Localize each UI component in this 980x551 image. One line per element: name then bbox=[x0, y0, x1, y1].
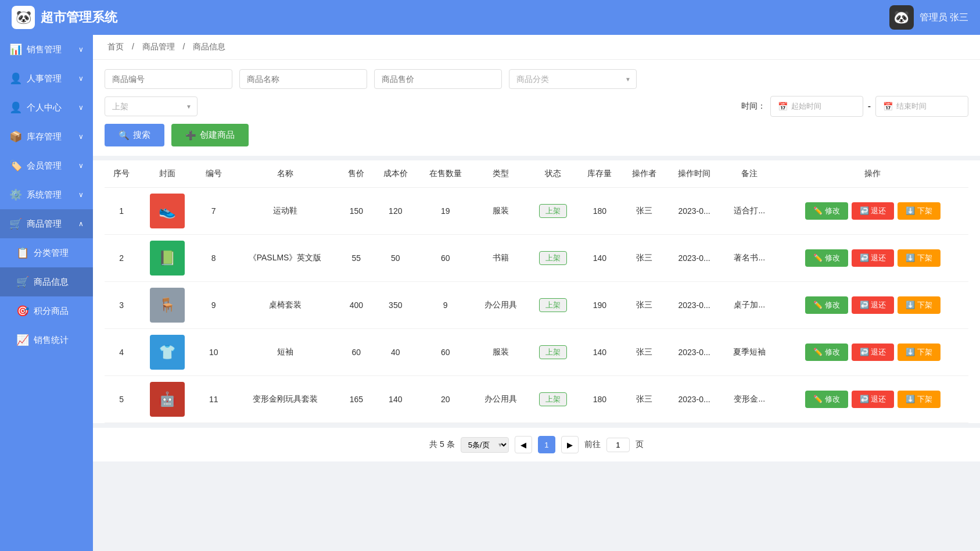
cell-seq: 1 bbox=[105, 188, 138, 235]
sidebar-item-inventory[interactable]: 📦 库存管理 ∨ bbox=[0, 122, 93, 151]
status-wrapper: 上架 下架 全部 bbox=[105, 96, 198, 116]
cell-type: 办公用具 bbox=[473, 376, 528, 423]
sidebar-item-category[interactable]: 📋 分类管理 bbox=[0, 238, 93, 267]
members-icon: 🏷️ bbox=[9, 159, 22, 172]
goto-page-input[interactable] bbox=[606, 438, 630, 452]
cell-code: 8 bbox=[197, 235, 231, 282]
breadcrumb-home[interactable]: 首页 bbox=[107, 42, 124, 51]
status-badge: 上架 bbox=[539, 204, 567, 218]
table-row: 2 📗 8 《PASLMS》英文版 55 50 60 书籍 上架 140 张三 … bbox=[105, 235, 968, 282]
cell-cover: 🤖 bbox=[138, 376, 196, 423]
col-price: 售价 bbox=[339, 160, 373, 188]
search-button[interactable]: 🔍 搜索 bbox=[105, 124, 164, 146]
edit-button[interactable]: ✏️ 修改 bbox=[805, 202, 848, 220]
product-price-input[interactable] bbox=[374, 69, 502, 89]
shelf-button[interactable]: ⬇️ 下架 bbox=[898, 344, 940, 361]
start-time-input[interactable]: 📅 起始时间 bbox=[770, 96, 863, 117]
shelf-button[interactable]: ⬇️ 下架 bbox=[898, 202, 940, 220]
col-cost: 成本价 bbox=[373, 160, 418, 188]
cell-operator: 张三 bbox=[622, 188, 667, 235]
col-stock: 库存量 bbox=[577, 160, 622, 188]
goto-suffix: 页 bbox=[636, 439, 644, 450]
chevron-down-icon-inventory: ∨ bbox=[78, 133, 84, 141]
avatar: 🐼 bbox=[889, 5, 914, 30]
product-number-input[interactable] bbox=[105, 69, 232, 89]
sidebar-item-hr[interactable]: 👤 人事管理 ∨ bbox=[0, 64, 93, 93]
sidebar-item-sales-label: 销售管理 bbox=[27, 44, 62, 55]
edit-button[interactable]: ✏️ 修改 bbox=[805, 296, 848, 314]
edit-button[interactable]: ✏️ 修改 bbox=[805, 391, 848, 408]
product-category-select[interactable]: 商品分类 bbox=[509, 69, 637, 89]
main-content: 首页 / 商品管理 / 商品信息 商品分类 上架 bbox=[93, 35, 980, 551]
sidebar-item-points[interactable]: 🎯 积分商品 bbox=[0, 296, 93, 325]
cell-operator: 张三 bbox=[622, 235, 667, 282]
sidebar-item-products[interactable]: 🛒 商品管理 ∧ bbox=[0, 209, 93, 238]
return-button[interactable]: ↩️ 退还 bbox=[852, 202, 895, 220]
cell-type: 办公用具 bbox=[473, 282, 528, 329]
user-label: 管理员 张三 bbox=[920, 12, 968, 24]
chevron-down-icon-hr: ∨ bbox=[78, 74, 84, 83]
sidebar-item-sales[interactable]: 📊 销售管理 ∨ bbox=[0, 35, 93, 64]
chevron-up-icon-products: ∧ bbox=[78, 220, 84, 228]
product-image: 📗 bbox=[150, 241, 185, 276]
cell-op-time: 2023-0... bbox=[666, 329, 721, 376]
return-button[interactable]: ↩️ 退还 bbox=[852, 344, 895, 361]
personal-icon: 👤 bbox=[9, 101, 22, 114]
cell-status: 上架 bbox=[529, 235, 578, 282]
sidebar-item-sales-stats[interactable]: 📈 销售统计 bbox=[0, 325, 93, 355]
return-button[interactable]: ↩️ 退还 bbox=[852, 249, 895, 267]
sidebar-item-category-label: 分类管理 bbox=[34, 248, 69, 259]
logo-icon: 🐼 bbox=[12, 6, 35, 29]
cell-status: 上架 bbox=[529, 188, 578, 235]
return-button[interactable]: ↩️ 退还 bbox=[852, 391, 895, 408]
cell-name: 桌椅套装 bbox=[231, 282, 339, 329]
sidebar-item-members[interactable]: 🏷️ 会员管理 ∨ bbox=[0, 151, 93, 180]
cell-cost: 120 bbox=[373, 188, 418, 235]
sidebar-item-system[interactable]: ⚙️ 系统管理 ∨ bbox=[0, 180, 93, 209]
sidebar-item-product-info[interactable]: 🛒 商品信息 bbox=[0, 267, 93, 296]
cell-cost: 40 bbox=[373, 329, 418, 376]
cell-cover: 👟 bbox=[138, 188, 196, 235]
cell-cover: 📗 bbox=[138, 235, 196, 282]
cell-action: ✏️ 修改 ↩️ 退还 ⬇️ 下架 bbox=[777, 329, 968, 376]
edit-button[interactable]: ✏️ 修改 bbox=[805, 249, 848, 267]
prev-page-button[interactable]: ◀ bbox=[515, 436, 532, 453]
cell-stock: 140 bbox=[577, 329, 622, 376]
action-group: ✏️ 修改 ↩️ 退还 ⬇️ 下架 bbox=[782, 202, 964, 220]
time-filter: 时间： 📅 起始时间 - 📅 结束时间 bbox=[741, 96, 968, 117]
product-image: 🤖 bbox=[150, 382, 185, 417]
return-button[interactable]: ↩️ 退还 bbox=[852, 296, 895, 314]
sidebar-item-product-info-label: 商品信息 bbox=[34, 277, 69, 288]
cell-price: 165 bbox=[339, 376, 373, 423]
product-info-icon: 🛒 bbox=[16, 276, 29, 288]
time-separator: - bbox=[868, 101, 871, 112]
cell-status: 上架 bbox=[529, 282, 578, 329]
current-page-button[interactable]: 1 bbox=[538, 436, 555, 453]
product-name-input[interactable] bbox=[239, 69, 367, 89]
cell-price: 150 bbox=[339, 188, 373, 235]
end-time-input[interactable]: 📅 结束时间 bbox=[875, 96, 968, 117]
shelf-button[interactable]: ⬇️ 下架 bbox=[898, 249, 940, 267]
edit-button[interactable]: ✏️ 修改 bbox=[805, 344, 848, 361]
create-button[interactable]: ➕ 创建商品 bbox=[171, 124, 249, 146]
breadcrumb-products[interactable]: 商品管理 bbox=[142, 42, 175, 51]
cell-price: 400 bbox=[339, 282, 373, 329]
filter-row-1: 商品分类 bbox=[105, 69, 968, 89]
cell-name: 短袖 bbox=[231, 329, 339, 376]
per-page-select[interactable]: 5条/页 10条/页 20条/页 bbox=[461, 437, 509, 453]
cell-seq: 3 bbox=[105, 282, 138, 329]
status-select[interactable]: 上架 下架 全部 bbox=[105, 96, 198, 116]
shelf-button[interactable]: ⬇️ 下架 bbox=[898, 391, 940, 408]
shelf-button[interactable]: ⬇️ 下架 bbox=[898, 296, 940, 314]
filter-area: 商品分类 上架 下架 全部 时间： 📅 起始时间 bbox=[93, 60, 980, 156]
next-page-button[interactable]: ▶ bbox=[561, 436, 579, 453]
sales-icon: 📊 bbox=[9, 43, 22, 56]
status-badge: 上架 bbox=[539, 251, 567, 265]
sidebar-item-personal[interactable]: 👤 个人中心 ∨ bbox=[0, 93, 93, 122]
sidebar-item-system-label: 系统管理 bbox=[27, 189, 62, 201]
breadcrumb-sep1: / bbox=[132, 42, 137, 51]
cell-op-time: 2023-0... bbox=[666, 188, 721, 235]
cell-seq: 4 bbox=[105, 329, 138, 376]
status-badge: 上架 bbox=[539, 392, 567, 406]
cell-action: ✏️ 修改 ↩️ 退还 ⬇️ 下架 bbox=[777, 376, 968, 423]
